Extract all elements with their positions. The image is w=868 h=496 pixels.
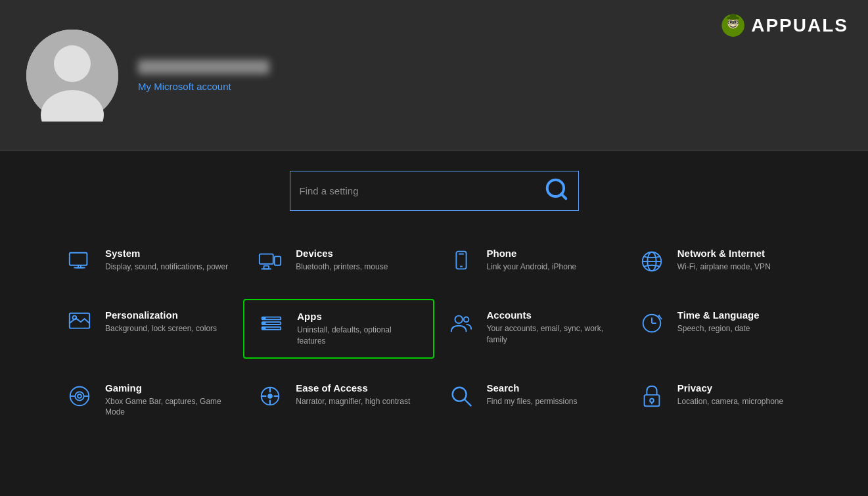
avatar-image — [26, 30, 118, 122]
settings-item-search[interactable]: Search Find my files, permissions — [434, 372, 625, 429]
svg-point-52 — [267, 394, 273, 399]
settings-item-text-search: Search Find my files, permissions — [487, 382, 578, 407]
header-section: My Microsoft account APPUALS — [0, 0, 868, 151]
settings-item-personalization[interactable]: Personalization Background, lock screen,… — [53, 299, 243, 359]
settings-grid: System Display, sound, notifications, po… — [53, 237, 815, 428]
settings-item-title-ease: Ease of Access — [296, 382, 410, 394]
microsoft-account-link[interactable]: My Microsoft account — [138, 81, 269, 92]
settings-item-title-time: Time & Language — [677, 309, 760, 321]
privacy-icon — [638, 382, 666, 410]
settings-item-apps[interactable]: Apps Uninstall, defaults, optional featu… — [243, 299, 434, 359]
gaming-icon — [66, 382, 93, 410]
settings-item-accounts[interactable]: Accounts Your accounts, email, sync, wor… — [434, 299, 625, 359]
settings-item-ease[interactable]: Ease of Access Narrator, magnifier, high… — [243, 372, 434, 429]
settings-item-title-system: System — [105, 248, 228, 259]
settings-item-text-ease: Ease of Access Narrator, magnifier, high… — [296, 382, 410, 407]
svg-line-13 — [561, 194, 566, 198]
profile-info: My Microsoft account — [138, 60, 269, 92]
settings-item-title-search: Search — [487, 382, 578, 394]
network-icon — [638, 248, 666, 275]
settings-item-text-network: Network & Internet Wi-Fi, airplane mode,… — [677, 248, 771, 273]
settings-item-title-accounts: Accounts — [487, 309, 612, 321]
settings-item-desc-apps: Uninstall, defaults, optional features — [297, 325, 419, 347]
apps-icon — [258, 311, 285, 338]
settings-item-title-apps: Apps — [297, 311, 419, 322]
settings-item-title-phone: Phone — [487, 248, 577, 259]
svg-point-1 — [54, 45, 91, 82]
settings-item-desc-privacy: Location, camera, microphone — [677, 396, 783, 407]
svg-point-43 — [75, 392, 83, 400]
settings-item-desc-phone: Link your Android, iPhone — [487, 261, 577, 273]
svg-point-56 — [650, 398, 654, 402]
settings-item-text-devices: Devices Bluetooth, printers, mouse — [296, 248, 388, 273]
settings-item-text-personalization: Personalization Background, lock screen,… — [105, 309, 217, 334]
settings-item-text-phone: Phone Link your Android, iPhone — [487, 248, 577, 273]
settings-item-text-gaming: Gaming Xbox Game Bar, captures, Game Mod… — [105, 382, 230, 418]
ease-icon — [256, 382, 284, 410]
settings-item-time[interactable]: Time & Language Speech, region, date — [625, 299, 815, 359]
svg-point-5 — [730, 21, 732, 23]
search-box — [290, 171, 579, 211]
profile-name-blurred — [138, 60, 269, 74]
avatar — [26, 30, 118, 122]
settings-item-title-personalization: Personalization — [105, 309, 217, 321]
svg-point-44 — [78, 394, 81, 398]
settings-item-phone[interactable]: Phone Link your Android, iPhone — [434, 237, 625, 286]
search-input[interactable] — [300, 185, 544, 196]
logo-text: APPUALS — [751, 15, 848, 36]
settings-item-desc-time: Speech, region, date — [677, 323, 760, 334]
svg-point-53 — [452, 387, 466, 401]
settings-item-desc-personalization: Background, lock screen, colors — [105, 323, 217, 334]
settings-item-text-privacy: Privacy Location, camera, microphone — [677, 382, 783, 407]
svg-line-54 — [464, 399, 470, 405]
settings-item-system[interactable]: System Display, sound, notifications, po… — [53, 237, 243, 286]
settings-item-desc-system: Display, sound, notifications, power — [105, 261, 228, 273]
svg-point-37 — [455, 316, 462, 323]
settings-item-desc-accounts: Your accounts, email, sync, work, family — [487, 323, 612, 346]
svg-rect-14 — [70, 253, 87, 265]
search-container — [53, 171, 815, 211]
svg-rect-35 — [262, 322, 266, 325]
svg-point-30 — [73, 316, 77, 320]
main-content: System Display, sound, notifications, po… — [0, 151, 868, 448]
settings-item-desc-search: Find my files, permissions — [487, 396, 578, 407]
personalization-icon — [66, 309, 93, 337]
svg-point-38 — [463, 317, 468, 323]
settings-item-text-time: Time & Language Speech, region, date — [677, 309, 760, 334]
settings-item-text-system: System Display, sound, notifications, po… — [105, 248, 228, 273]
settings-item-desc-devices: Bluetooth, printers, mouse — [296, 261, 388, 273]
svg-rect-19 — [260, 254, 273, 264]
settings-item-text-accounts: Accounts Your accounts, email, sync, wor… — [487, 309, 612, 346]
phone-icon — [447, 248, 475, 275]
settings-item-text-apps: Apps Uninstall, defaults, optional featu… — [297, 311, 419, 347]
svg-rect-20 — [275, 256, 281, 265]
accounts-icon — [447, 309, 475, 337]
settings-item-devices[interactable]: Devices Bluetooth, printers, mouse — [243, 237, 434, 286]
svg-rect-11 — [730, 14, 737, 19]
settings-item-desc-gaming: Xbox Game Bar, captures, Game Mode — [105, 396, 230, 418]
logo-mascot — [721, 13, 746, 38]
svg-rect-55 — [644, 395, 659, 406]
logo-area: APPUALS — [721, 13, 848, 38]
settings-item-network[interactable]: Network & Internet Wi-Fi, airplane mode,… — [625, 237, 815, 286]
system-icon — [66, 248, 93, 275]
settings-item-desc-ease: Narrator, magnifier, high contrast — [296, 396, 410, 407]
settings-item-title-gaming: Gaming — [105, 382, 230, 394]
settings-item-gaming[interactable]: Gaming Xbox Game Bar, captures, Game Mod… — [53, 372, 243, 429]
settings-item-desc-network: Wi-Fi, airplane mode, VPN — [677, 261, 771, 273]
settings-item-title-privacy: Privacy — [677, 382, 783, 394]
settings-item-privacy[interactable]: Privacy Location, camera, microphone — [625, 372, 815, 429]
devices-icon — [256, 248, 284, 275]
svg-rect-36 — [262, 327, 266, 330]
search-button[interactable] — [544, 177, 569, 205]
svg-rect-34 — [262, 317, 266, 320]
time-icon — [638, 309, 666, 337]
settings-item-title-devices: Devices — [296, 248, 388, 259]
settings-item-title-network: Network & Internet — [677, 248, 771, 259]
svg-point-6 — [735, 21, 737, 23]
search-icon — [447, 382, 475, 410]
